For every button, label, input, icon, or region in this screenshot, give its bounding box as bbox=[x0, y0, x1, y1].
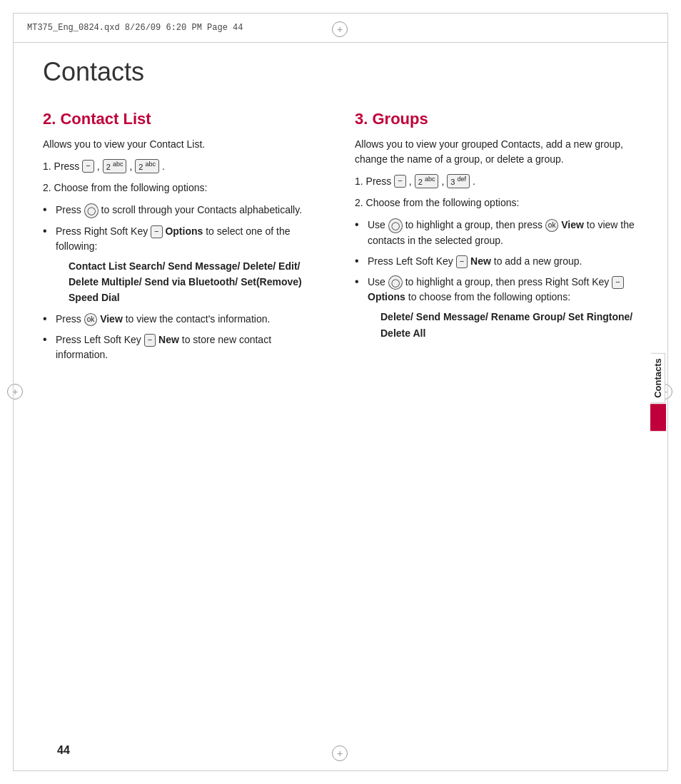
side-tab: Contacts bbox=[648, 353, 668, 432]
section2-step1: 1. Press − , 2 abc , 2 abc . bbox=[43, 159, 326, 173]
key-left-soft-1: − bbox=[144, 334, 156, 346]
header-bar: MT375_Eng_0824.qxd 8/26/09 6:20 PM Page … bbox=[13, 13, 668, 43]
section3-step2: 2. Choose from the following options: bbox=[355, 195, 638, 210]
columns-layout: 2. Contact List Allows you to view your … bbox=[43, 110, 638, 370]
col-groups: 3. Groups Allows you to view your groupe… bbox=[355, 110, 638, 370]
section3-step1-prefix: 1. Press bbox=[355, 175, 391, 187]
section2-step1-comma2: , bbox=[129, 161, 132, 172]
section2-bullet-list: Press ◯ to scroll through your Contacts … bbox=[43, 203, 326, 362]
key-left-soft-2: − bbox=[456, 255, 468, 268]
side-tab-bar bbox=[650, 404, 666, 431]
header-text: MT375_Eng_0824.qxd 8/26/09 6:20 PM Page … bbox=[27, 23, 243, 33]
bullet-highlight-view: Use ◯ to highlight a group, then press o… bbox=[355, 218, 638, 248]
section2-step1-comma1: , bbox=[97, 161, 100, 172]
bullet-view: Press ok View to view the contact's info… bbox=[43, 312, 326, 327]
section3-heading: 3. Groups bbox=[355, 110, 638, 128]
col-contact-list: 2. Contact List Allows you to view your … bbox=[43, 110, 326, 370]
section2-step1-prefix: 1. Press bbox=[43, 161, 79, 172]
key-2abc-3: 2 abc bbox=[415, 174, 439, 188]
section3-step1-dot: . bbox=[473, 175, 475, 187]
key-menu-left: − bbox=[82, 160, 94, 172]
ok-icon-2: ok bbox=[545, 219, 559, 232]
side-tab-label: Contacts bbox=[651, 353, 665, 403]
nav-icon-3: ◯ bbox=[388, 275, 403, 290]
bullet-options-group: Use ◯ to highlight a group, then press R… bbox=[355, 275, 638, 341]
bullet-right-soft-key: Press Right Soft Key − Options to select… bbox=[43, 224, 326, 306]
section2-options: Contact List Search/ Send Message/ Delet… bbox=[69, 258, 326, 306]
section2-heading: 2. Contact List bbox=[43, 110, 326, 128]
key-2abc-2: 2 abc bbox=[135, 159, 159, 173]
section2-step1-dot: . bbox=[162, 161, 165, 172]
main-content: Contacts 2. Contact List Allows you to v… bbox=[43, 43, 638, 741]
nav-icon-2: ◯ bbox=[388, 218, 403, 233]
nav-icon-1: ◯ bbox=[84, 203, 99, 218]
bullet-scroll: Press ◯ to scroll through your Contacts … bbox=[43, 203, 326, 218]
section3-bullet-list: Use ◯ to highlight a group, then press o… bbox=[355, 218, 638, 341]
key-right-soft-1: − bbox=[151, 225, 162, 238]
section3-step1-comma1: , bbox=[409, 175, 412, 187]
section3-intro: Allows you to view your grouped Contacts… bbox=[355, 137, 638, 167]
section3-options: Delete/ Send Message/ Rename Group/ Set … bbox=[380, 309, 638, 341]
section2-intro: Allows you to view your Contact List. bbox=[43, 137, 326, 152]
page-title: Contacts bbox=[43, 57, 638, 87]
page-number: 44 bbox=[57, 744, 70, 757]
section3-step1: 1. Press − , 2 abc , 3 def . bbox=[355, 174, 638, 188]
reg-mark-left bbox=[7, 384, 24, 401]
key-right-soft-2: − bbox=[612, 276, 623, 288]
section2-step2: 2. Choose from the following options: bbox=[43, 180, 326, 195]
key-3def: 3 def bbox=[447, 174, 470, 188]
bullet-new: Press Left Soft Key − New to store new c… bbox=[43, 332, 326, 362]
section3-step1-comma2: , bbox=[441, 175, 444, 187]
bullet-new-group: Press Left Soft Key − New to add a new g… bbox=[355, 254, 638, 269]
reg-mark-bottom bbox=[332, 745, 349, 763]
key-2abc-1: 2 abc bbox=[103, 159, 127, 173]
ok-icon-1: ok bbox=[84, 313, 98, 326]
key-menu-left-2: − bbox=[394, 175, 405, 187]
